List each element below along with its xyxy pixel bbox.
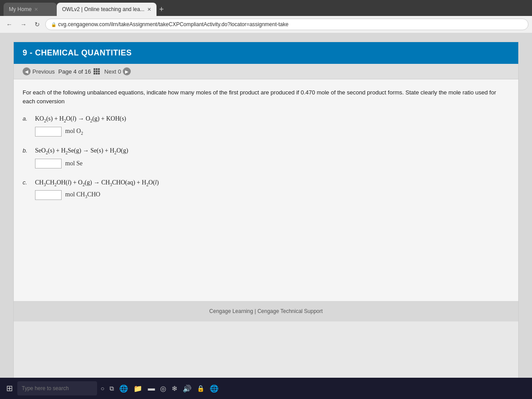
taskbar-cortana-icon[interactable]: ○: [99, 385, 106, 392]
reload-button[interactable]: ↻: [32, 19, 43, 30]
next-count: 0: [118, 68, 121, 75]
problem-b-answer-row: mol Se: [35, 159, 509, 168]
tab-bar: My Home ✕ OWLv2 | Online teaching and le…: [0, 0, 532, 16]
taskbar-circle-icon[interactable]: ◎: [158, 384, 168, 393]
next-label: Next: [104, 68, 116, 75]
grid-dot: [98, 68, 100, 70]
problem-area: For each of the following unbalanced equ…: [14, 79, 518, 301]
address-bar[interactable]: 🔒 cvg.cengagenow.com/ilrn/takeAssignment…: [45, 19, 528, 30]
next-circle-icon: ▶: [123, 67, 131, 75]
problem-c-unit: mol CH3CHO: [65, 191, 100, 199]
tab-home[interactable]: My Home ✕: [4, 3, 57, 16]
chapter-header: 9 - CHEMICAL QUANTITIES: [14, 42, 518, 64]
problem-a-answer-row: mol O2: [35, 127, 509, 137]
grid-dot: [96, 68, 98, 70]
grid-dot: [94, 73, 95, 74]
prev-circle-icon: ◀: [23, 67, 31, 75]
tab-home-label: My Home: [9, 6, 31, 12]
previous-label: Previous: [32, 68, 55, 75]
problem-b-input[interactable]: [35, 159, 62, 168]
taskbar-view-icon[interactable]: ⧉: [108, 385, 116, 392]
problem-b-equation: SeO2(s) + H2Se(g) → Se(s) + H2O(g): [35, 147, 128, 155]
problem-a: a. KO2(s) + H2O(l) → O2(g) + KOH(s) mol …: [23, 115, 509, 137]
next-button[interactable]: Next 0 ▶: [104, 67, 131, 75]
problem-b-label: b. SeO2(s) + H2Se(g) → Se(s) + H2O(g): [23, 147, 509, 155]
problem-a-input[interactable]: [35, 127, 62, 137]
problem-c-input[interactable]: [35, 190, 62, 200]
address-bar-row: ← → ↻ 🔒 cvg.cengagenow.com/ilrn/takeAssi…: [0, 16, 532, 33]
page-indicator: Page 4 of 16: [59, 68, 101, 75]
taskbar-chrome-icon[interactable]: 🌐: [208, 384, 220, 393]
taskbar-speaker-icon[interactable]: 🔊: [181, 384, 193, 393]
problem-a-equation: KO2(s) + H2O(l) → O2(g) + KOH(s): [35, 115, 126, 123]
grid-icon[interactable]: [94, 68, 100, 74]
grid-dot: [98, 73, 100, 74]
problem-b-letter: b.: [23, 147, 31, 154]
problem-c-equation: CH3CH2OH(l) + O2(g) → CH3CHO(aq) + H2O(l…: [35, 179, 159, 187]
tab-owlv2-close[interactable]: ✕: [147, 7, 151, 12]
problem-c-answer-row: mol CH3CHO: [35, 190, 509, 200]
address-text: cvg.cengagenow.com/ilrn/takeAssignment/t…: [58, 21, 289, 27]
problem-a-label: a. KO2(s) + H2O(l) → O2(g) + KOH(s): [23, 115, 509, 123]
taskbar: ⊞ ○ ⧉ 🌐 📁 ▬ ◎ ❄ 🔊 🔒 🌐: [0, 378, 532, 399]
tab-owlv2[interactable]: OWLv2 | Online teaching and lea... ✕: [57, 3, 156, 16]
navigation-bar: ◀ Previous Page 4 of 16: [14, 64, 518, 79]
instructions-text: For each of the following unbalanced equ…: [23, 88, 509, 106]
problem-b: b. SeO2(s) + H2Se(g) → Se(s) + H2O(g) mo…: [23, 147, 509, 168]
lock-icon: 🔒: [51, 22, 56, 27]
taskbar-lock-icon: 🔒: [195, 385, 206, 392]
taskbar-search-input[interactable]: [17, 381, 97, 395]
cengage-learning-link[interactable]: Cengage Learning: [209, 308, 253, 314]
windows-icon[interactable]: ⊞: [4, 383, 16, 393]
back-button[interactable]: ←: [4, 19, 15, 30]
new-tab-button[interactable]: +: [156, 3, 167, 16]
taskbar-edge-icon[interactable]: 🌐: [117, 384, 130, 393]
grid-dot: [98, 70, 100, 72]
grid-dot: [96, 73, 98, 74]
previous-button[interactable]: ◀ Previous: [23, 67, 55, 75]
grid-dot: [96, 70, 98, 72]
page-content: 9 - CHEMICAL QUANTITIES ◀ Previous Page …: [0, 33, 532, 399]
taskbar-snowflake-icon[interactable]: ❄: [170, 384, 179, 393]
forward-button[interactable]: →: [18, 19, 29, 30]
tab-home-close[interactable]: ✕: [34, 7, 38, 12]
taskbar-folder-icon[interactable]: 📁: [132, 384, 144, 393]
problem-c-letter: c.: [23, 179, 31, 186]
problem-a-letter: a.: [23, 115, 31, 122]
content-wrapper: 9 - CHEMICAL QUANTITIES ◀ Previous Page …: [13, 42, 519, 390]
problem-c-label: c. CH3CH2OH(l) + O2(g) → CH3CHO(aq) + H2…: [23, 179, 509, 187]
grid-dot: [94, 68, 95, 70]
grid-dot: [94, 70, 95, 72]
problem-c: c. CH3CH2OH(l) + O2(g) → CH3CHO(aq) + H2…: [23, 179, 509, 200]
problem-a-unit: mol O2: [65, 128, 83, 136]
problem-b-unit: mol Se: [65, 160, 82, 167]
taskbar-minus-icon[interactable]: ▬: [146, 384, 156, 392]
page-footer: Cengage Learning | Cengage Technical Sup…: [14, 301, 518, 321]
page-label: Page 4 of 16: [59, 68, 91, 75]
cengage-support-link[interactable]: Cengage Technical Support: [258, 308, 323, 314]
chapter-title: 9 - CHEMICAL QUANTITIES: [23, 48, 132, 57]
tab-owlv2-label: OWLv2 | Online teaching and lea...: [62, 6, 145, 12]
